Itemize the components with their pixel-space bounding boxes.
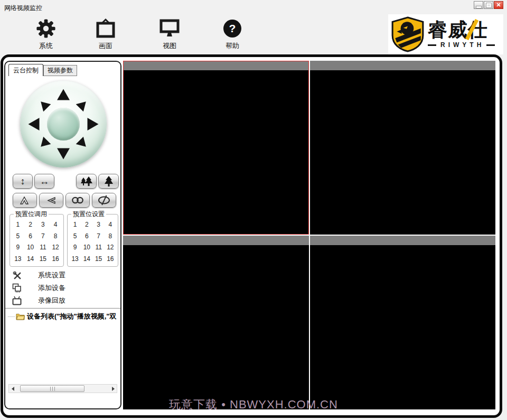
- shield-eagle-icon: [390, 16, 425, 52]
- preset-number[interactable]: 5: [12, 230, 24, 242]
- toolbar-label-screen: 画面: [87, 41, 124, 51]
- preset-call-title: 预置位调用: [14, 210, 49, 219]
- preset-number[interactable]: 8: [49, 230, 62, 242]
- preset-number[interactable]: 1: [69, 219, 81, 230]
- preset-number[interactable]: 12: [105, 242, 116, 254]
- focus-far-button[interactable]: [65, 193, 90, 208]
- preset-number[interactable]: 14: [81, 253, 92, 265]
- preset-number[interactable]: 13: [69, 253, 81, 265]
- preset-number[interactable]: 10: [81, 242, 92, 254]
- scrollbar-thumb[interactable]: [20, 385, 84, 392]
- device-tree-root[interactable]: 设备列表("拖动"播放视频,"双: [8, 311, 120, 322]
- logo-text: 睿威仕 RIWYTH: [428, 20, 495, 49]
- video-cell-header: [123, 61, 309, 70]
- preset-call-grid: 12345678910111213141516: [10, 214, 63, 266]
- folder-icon: [16, 313, 25, 320]
- video-cell-2[interactable]: [310, 61, 496, 235]
- tagline-dash: [486, 44, 495, 46]
- preset-set-group: 预置位设置 12345678910111213141516: [67, 214, 118, 267]
- preset-number[interactable]: 12: [49, 242, 62, 254]
- focus-button[interactable]: [39, 193, 63, 208]
- ptz-down-arrow[interactable]: [57, 148, 70, 160]
- close-button[interactable]: ✕: [494, 1, 503, 9]
- preset-number[interactable]: 10: [24, 242, 37, 254]
- ptz-up-left-arrow[interactable]: [37, 98, 51, 111]
- preset-number[interactable]: 16: [105, 253, 116, 265]
- horizontal-scrollbar[interactable]: [8, 384, 117, 393]
- ptz-up-right-arrow[interactable]: [76, 98, 90, 111]
- maximize-icon: [486, 3, 491, 7]
- preset-number[interactable]: 11: [37, 242, 50, 254]
- ptz-left-arrow[interactable]: [29, 118, 40, 130]
- preset-number[interactable]: 3: [93, 219, 105, 230]
- help-icon: ?: [223, 20, 241, 38]
- preset-number[interactable]: 15: [93, 253, 105, 265]
- preset-number[interactable]: 9: [69, 242, 81, 254]
- ptz-down-left-arrow[interactable]: [37, 137, 51, 151]
- menu-label: 录像回放: [38, 296, 65, 305]
- ptz-down-right-arrow[interactable]: [76, 137, 90, 151]
- scroll-right-icon: [112, 387, 115, 391]
- preset-number[interactable]: 2: [81, 219, 92, 230]
- menu-item-add-device[interactable]: 添加设备: [12, 283, 115, 293]
- zoom-in-button[interactable]: [98, 174, 119, 189]
- tab-ptz-control[interactable]: 云台控制: [8, 64, 43, 76]
- preset-number[interactable]: 3: [37, 219, 50, 230]
- video-cell-1[interactable]: [123, 61, 309, 235]
- preset-number[interactable]: 7: [37, 230, 50, 242]
- preset-set-title: 预置位设置: [71, 210, 106, 219]
- scroll-left-button[interactable]: [9, 385, 16, 393]
- minimize-button[interactable]: [474, 1, 483, 9]
- menu-item-system-settings[interactable]: 系统设置: [12, 270, 115, 281]
- preset-number[interactable]: 9: [12, 242, 24, 254]
- video-cell-header: [310, 61, 496, 70]
- add-device-icon: [12, 283, 22, 293]
- preset-number[interactable]: 6: [81, 230, 92, 242]
- ptz-up-arrow[interactable]: [57, 89, 70, 100]
- video-cell-body: [310, 70, 496, 235]
- double-tree-icon: [80, 176, 93, 186]
- preset-number[interactable]: 13: [12, 253, 24, 265]
- preset-number[interactable]: 14: [24, 253, 37, 265]
- ptz-center-knob[interactable]: [47, 108, 80, 141]
- preset-number[interactable]: 4: [105, 219, 116, 230]
- scroll-right-button[interactable]: [109, 385, 117, 393]
- scroll-left-icon: [12, 387, 14, 391]
- gear-icon: [27, 16, 64, 41]
- toolbar-button-screen[interactable]: 画面: [87, 16, 124, 51]
- maximize-button[interactable]: [484, 1, 493, 9]
- preset-number[interactable]: 7: [93, 230, 105, 242]
- vertical-arrows-icon: ↕: [21, 176, 25, 187]
- menu-item-playback[interactable]: 录像回放: [12, 295, 115, 306]
- preset-number[interactable]: 5: [69, 230, 81, 242]
- video-cell-4[interactable]: [310, 236, 496, 409]
- preset-number[interactable]: 1: [12, 219, 24, 230]
- video-cell-header: [310, 236, 496, 245]
- zoom-out-button[interactable]: [76, 174, 97, 189]
- toolbar-button-system[interactable]: 系统: [27, 16, 64, 51]
- video-cell-body: [123, 245, 309, 409]
- ptz-right-arrow[interactable]: [88, 118, 99, 130]
- help-glyph: ?: [229, 22, 236, 35]
- toolbar-label-system: 系统: [27, 41, 64, 51]
- minimize-icon: [476, 6, 482, 8]
- tab-video-params[interactable]: 视频参数: [43, 65, 77, 76]
- menu-label: 系统设置: [38, 270, 65, 280]
- vertical-scan-button[interactable]: ↕: [13, 174, 33, 189]
- logo-tagline: RIWYTH: [428, 41, 495, 49]
- iris-open-button[interactable]: [13, 193, 37, 208]
- preset-number[interactable]: 4: [49, 219, 62, 230]
- horizontal-scan-button[interactable]: ↔: [34, 174, 54, 189]
- tree-branch-line: [8, 316, 15, 317]
- aperture-button[interactable]: [92, 193, 116, 208]
- preset-number[interactable]: 8: [105, 230, 116, 242]
- preset-number[interactable]: 11: [93, 242, 105, 254]
- preset-number[interactable]: 6: [24, 230, 37, 242]
- chevron-left-outline-icon: [44, 195, 58, 205]
- preset-number[interactable]: 16: [49, 253, 62, 265]
- toolbar-button-help[interactable]: ? 帮助: [214, 16, 251, 51]
- preset-number[interactable]: 15: [37, 253, 50, 265]
- toolbar-button-view[interactable]: 视图: [151, 16, 188, 51]
- preset-number[interactable]: 2: [24, 219, 37, 230]
- video-cell-3[interactable]: [123, 236, 309, 409]
